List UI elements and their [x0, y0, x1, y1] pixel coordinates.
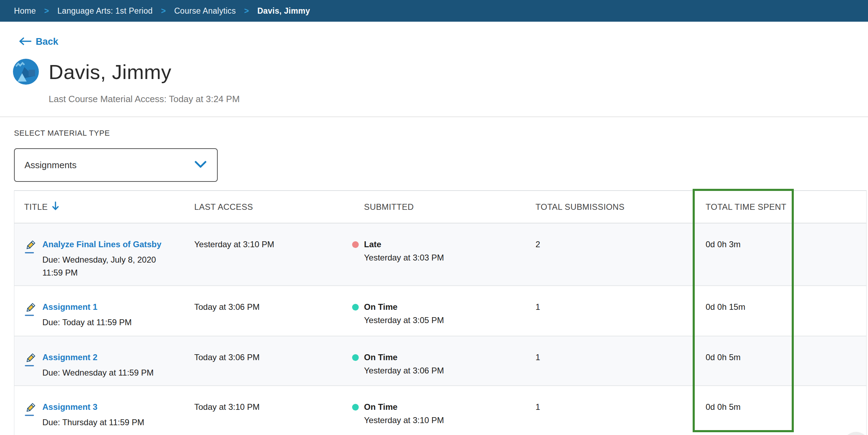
column-header-title-label: TITLE: [24, 202, 48, 212]
submitted-cell: Late Yesterday at 3:03 PM: [351, 223, 523, 285]
back-button[interactable]: Back: [18, 36, 58, 47]
breadcrumb-separator-icon: >: [44, 6, 49, 16]
status-dot: [352, 241, 359, 248]
left-arrow-icon: [18, 37, 31, 47]
column-header-total-time-spent[interactable]: TOTAL TIME SPENT: [693, 202, 794, 212]
breadcrumb-home-link[interactable]: Home: [14, 6, 36, 16]
course-analytics-student-page: Home > Language Arts: 1st Period > Cours…: [0, 0, 868, 435]
breadcrumb-separator-icon: >: [244, 6, 249, 16]
status-dot: [352, 354, 359, 361]
chevron-down-icon: [195, 161, 206, 170]
last-access-cell: Today at 3:10 PM: [182, 386, 351, 435]
breadcrumb: Home > Language Arts: 1st Period > Cours…: [0, 0, 868, 22]
last-access-cell: Today at 3:06 PM: [182, 286, 351, 336]
due-date: Due: Today at 11:59 PM: [42, 316, 132, 329]
total-submissions-cell: 1: [523, 336, 693, 385]
last-access-cell: Yesterday at 3:10 PM: [182, 223, 351, 285]
title-cell: Assignment 1 Due: Today at 11:59 PM: [14, 286, 182, 336]
spacer-cell: [794, 223, 866, 285]
section-divider: [0, 116, 868, 117]
assignments-table: TITLE LAST ACCESS SUBMITTED TOTAL SUBMIS…: [14, 190, 867, 435]
assignment-pencil-icon: [24, 303, 37, 319]
submitted-cell: On Time Yesterday at 3:05 PM: [351, 286, 523, 336]
spacer-cell: [794, 336, 866, 385]
assignment-title-link[interactable]: Assignment 3: [42, 402, 97, 412]
spacer-cell: [794, 286, 866, 336]
total-time-spent-cell: 0d 0h 15m: [693, 286, 794, 336]
column-header-title[interactable]: TITLE: [14, 201, 182, 213]
table-header-row: TITLE LAST ACCESS SUBMITTED TOTAL SUBMIS…: [14, 191, 866, 223]
last-access-cell: Today at 3:06 PM: [182, 336, 351, 385]
title-cell: Assignment 3 Due: Thursday at 11:59 PM: [14, 386, 182, 435]
spacer-cell: [794, 386, 866, 435]
column-header-total-submissions[interactable]: TOTAL SUBMISSIONS: [523, 202, 693, 212]
student-avatar: [13, 59, 39, 85]
status-label: Late: [364, 240, 523, 249]
material-type-selected-value: Assignments: [24, 160, 77, 171]
status-label: On Time: [364, 352, 523, 362]
assignment-title-link[interactable]: Assignment 1: [42, 302, 97, 312]
status-label: On Time: [364, 302, 523, 312]
due-date: Due: Thursday at 11:59 PM: [42, 416, 144, 429]
total-submissions-cell: 1: [523, 386, 693, 435]
total-time-spent-cell: 0d 0h 3m: [693, 223, 794, 285]
page-title-student-name: Davis, Jimmy: [49, 60, 172, 84]
table-row: Assignment 3 Due: Thursday at 11:59 PM T…: [14, 386, 866, 435]
table-row: Assignment 1 Due: Today at 11:59 PM Toda…: [14, 286, 866, 336]
submitted-time: Yesterday at 3:03 PM: [364, 253, 523, 263]
last-course-material-access: Last Course Material Access: Today at 3:…: [49, 94, 240, 105]
title-cell: Analyze Final Lines of Gatsby Due: Wedne…: [14, 223, 182, 285]
status-dot: [352, 304, 359, 311]
column-header-submitted[interactable]: SUBMITTED: [351, 202, 523, 212]
title-cell: Assignment 2 Due: Wednesday at 11:59 PM: [14, 336, 182, 385]
column-header-last-access[interactable]: LAST ACCESS: [182, 202, 351, 212]
due-date: Due: Wednesday at 11:59 PM: [42, 366, 154, 379]
assignment-pencil-icon: [24, 353, 37, 369]
total-time-spent-cell: 0d 0h 5m: [693, 336, 794, 385]
total-submissions-cell: 1: [523, 286, 693, 336]
status-label: On Time: [364, 402, 523, 412]
material-type-select[interactable]: Assignments: [14, 148, 218, 182]
submitted-cell: On Time Yesterday at 3:10 PM: [351, 386, 523, 435]
breadcrumb-current-student: Davis, Jimmy: [257, 6, 310, 16]
back-label: Back: [36, 36, 58, 47]
total-submissions-cell: 2: [523, 223, 693, 285]
submitted-cell: On Time Yesterday at 3:06 PM: [351, 336, 523, 385]
sort-arrow-down-icon: [52, 201, 59, 213]
assignment-pencil-icon: [24, 240, 37, 256]
breadcrumb-separator-icon: >: [161, 6, 166, 16]
status-dot: [352, 404, 359, 411]
due-date: Due: Wednesday, July 8, 2020 11:59 PM: [42, 253, 166, 279]
assignment-pencil-icon: [24, 403, 37, 419]
assignment-title-link[interactable]: Analyze Final Lines of Gatsby: [42, 240, 161, 249]
table-row: Analyze Final Lines of Gatsby Due: Wedne…: [14, 223, 866, 286]
assignment-title-link[interactable]: Assignment 2: [42, 352, 97, 362]
breadcrumb-course-link[interactable]: Language Arts: 1st Period: [57, 6, 153, 16]
submitted-time: Yesterday at 3:05 PM: [364, 315, 523, 325]
select-material-type-label: SELECT MATERIAL TYPE: [14, 129, 110, 138]
total-time-spent-cell: 0d 0h 5m: [693, 386, 794, 435]
submitted-time: Yesterday at 3:10 PM: [364, 415, 523, 425]
breadcrumb-course-analytics-link[interactable]: Course Analytics: [174, 6, 236, 16]
table-row: Assignment 2 Due: Wednesday at 11:59 PM …: [14, 336, 866, 386]
submitted-time: Yesterday at 3:06 PM: [364, 366, 523, 376]
